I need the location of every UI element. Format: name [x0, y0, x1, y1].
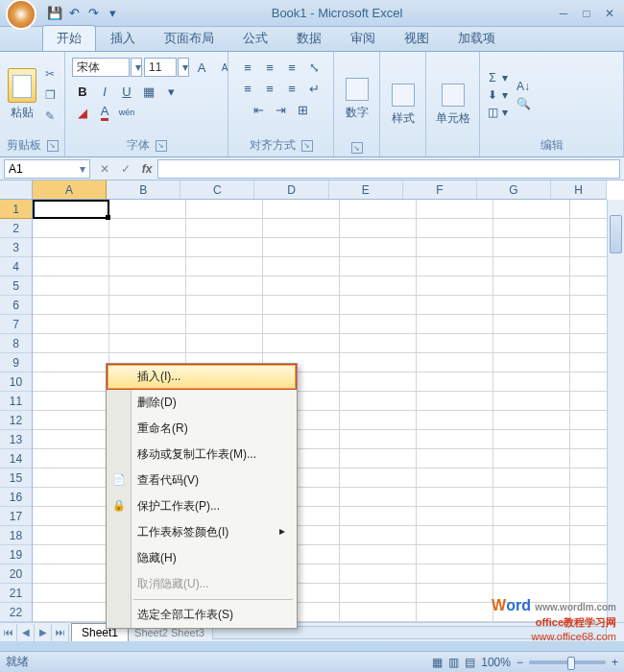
zoom-level[interactable]: 100% — [481, 656, 511, 669]
qat-dropdown-icon[interactable]: ▾ — [104, 5, 121, 22]
ctx-hide[interactable]: 隐藏(H) — [107, 545, 297, 571]
ctx-move-copy[interactable]: 移动或复制工作表(M)... — [107, 442, 297, 468]
cell[interactable] — [109, 334, 186, 353]
font-name-dropdown-icon[interactable]: ▾ — [131, 58, 142, 77]
cell[interactable] — [493, 276, 570, 296]
cell[interactable] — [340, 488, 417, 507]
tab-addins[interactable]: 加载项 — [444, 25, 510, 51]
view-pagebreak-icon[interactable]: ▤ — [465, 656, 475, 669]
row-header-2[interactable]: 2 — [0, 219, 32, 238]
cell[interactable] — [417, 545, 493, 564]
cell[interactable] — [33, 488, 109, 507]
row-header-5[interactable]: 5 — [0, 276, 32, 296]
cell[interactable] — [263, 219, 340, 238]
row-header-16[interactable]: 16 — [0, 488, 32, 507]
cell[interactable] — [33, 392, 109, 411]
zoom-slider[interactable] — [529, 660, 606, 664]
cell[interactable] — [263, 315, 340, 334]
cell[interactable] — [493, 468, 570, 488]
cell[interactable] — [493, 296, 570, 315]
row-header-6[interactable]: 6 — [0, 296, 32, 315]
cell[interactable] — [340, 238, 417, 257]
cell[interactable] — [340, 372, 417, 392]
cell[interactable] — [109, 200, 186, 219]
cancel-formula-icon[interactable]: ✕ — [94, 162, 115, 176]
view-normal-icon[interactable]: ▦ — [432, 656, 443, 669]
cell[interactable] — [33, 584, 109, 603]
grow-font-icon[interactable]: A — [191, 58, 212, 77]
ctx-delete[interactable]: 删除(D) — [107, 390, 297, 416]
cell[interactable] — [340, 603, 417, 622]
cell[interactable] — [417, 219, 493, 238]
cell[interactable] — [33, 315, 109, 334]
cell[interactable] — [186, 238, 263, 257]
row-header-15[interactable]: 15 — [0, 468, 32, 488]
cell[interactable] — [33, 449, 109, 468]
cell[interactable] — [417, 488, 493, 507]
border-dropdown-icon[interactable]: ▾ — [160, 82, 181, 101]
col-header-B[interactable]: B — [107, 180, 180, 199]
cell[interactable] — [417, 200, 493, 219]
number-format-button[interactable]: 数字 — [339, 74, 374, 121]
cell[interactable] — [109, 219, 186, 238]
clipboard-dialog-icon[interactable]: ↘ — [47, 140, 59, 152]
alignment-dialog-icon[interactable]: ↘ — [301, 140, 313, 152]
cell[interactable] — [33, 334, 109, 353]
namebox-dropdown-icon[interactable]: ▾ — [80, 162, 85, 176]
cell[interactable] — [340, 411, 417, 430]
enter-formula-icon[interactable]: ✓ — [115, 162, 136, 176]
border-icon[interactable]: ▦ — [138, 82, 159, 101]
cell[interactable] — [109, 296, 186, 315]
cell[interactable] — [417, 430, 493, 449]
cell[interactable] — [493, 488, 570, 507]
cell[interactable] — [186, 296, 263, 315]
font-size-dropdown-icon[interactable]: ▾ — [178, 58, 189, 77]
cell[interactable] — [33, 411, 109, 430]
cell[interactable] — [263, 238, 340, 257]
cell[interactable] — [417, 392, 493, 411]
cell[interactable] — [186, 257, 263, 276]
sheet-nav-prev-icon[interactable]: ◀ — [17, 624, 35, 641]
cell[interactable] — [263, 200, 340, 219]
cell[interactable] — [33, 372, 109, 392]
cell[interactable] — [340, 296, 417, 315]
ctx-tab-color[interactable]: 工作表标签颜色(I)▸ — [107, 519, 297, 545]
row-header-17[interactable]: 17 — [0, 507, 32, 526]
cell[interactable] — [493, 315, 570, 334]
cell[interactable] — [417, 526, 493, 545]
cell[interactable] — [263, 296, 340, 315]
cell[interactable] — [33, 353, 109, 372]
col-header-D[interactable]: D — [254, 180, 328, 199]
cell[interactable] — [186, 334, 263, 353]
cut-icon[interactable]: ✂ — [40, 64, 60, 84]
cell[interactable] — [417, 468, 493, 488]
row-header-19[interactable]: 19 — [0, 545, 32, 564]
cell[interactable] — [493, 372, 570, 392]
cell[interactable] — [186, 315, 263, 334]
col-header-F[interactable]: F — [403, 180, 477, 199]
autosum-button[interactable]: Σ▾ — [485, 70, 508, 85]
font-name-input[interactable]: 宋体 — [72, 58, 130, 77]
row-header-22[interactable]: 22 — [0, 603, 32, 622]
cells-button[interactable]: 单元格 — [431, 80, 474, 127]
sheet-nav-first-icon[interactable]: ⏮ — [0, 624, 17, 641]
cell[interactable] — [417, 315, 493, 334]
tab-home[interactable]: 开始 — [42, 25, 96, 51]
row-header-18[interactable]: 18 — [0, 526, 32, 545]
zoom-out-button[interactable]: − — [516, 656, 523, 669]
align-center-icon[interactable]: ≡ — [259, 79, 280, 98]
cell[interactable] — [493, 545, 570, 564]
cell[interactable] — [493, 507, 570, 526]
vertical-scrollbar[interactable] — [607, 200, 624, 622]
sort-filter-button[interactable]: A↓ — [516, 79, 531, 94]
cell[interactable] — [33, 430, 109, 449]
cell[interactable] — [493, 526, 570, 545]
styles-button[interactable]: 样式 — [385, 80, 420, 127]
cell[interactable] — [33, 564, 109, 584]
cell[interactable] — [340, 545, 417, 564]
formula-input[interactable] — [157, 159, 620, 179]
ctx-insert[interactable]: 插入(I)... — [108, 365, 296, 389]
cell[interactable] — [186, 200, 263, 219]
cell[interactable] — [340, 276, 417, 296]
cell[interactable] — [33, 603, 109, 622]
